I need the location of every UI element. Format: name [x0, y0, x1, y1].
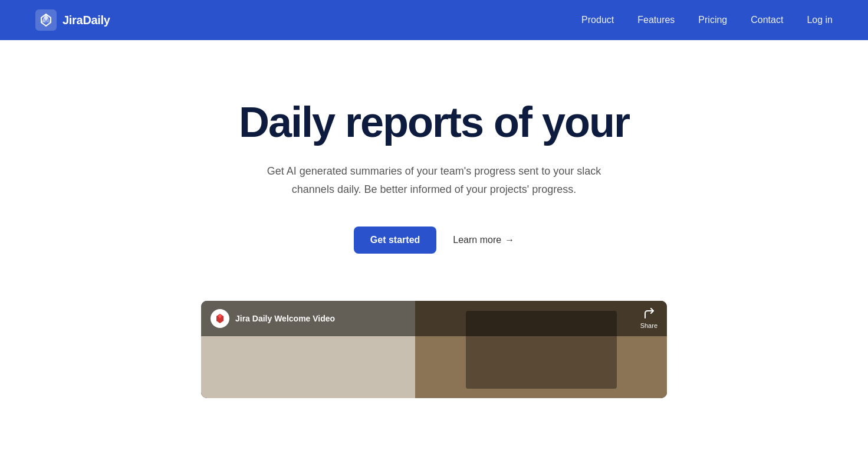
- video-top-bar: Jira Daily Welcome Video Share: [201, 301, 667, 336]
- navbar: JiraDaily Product Features Pricing Conta…: [0, 0, 868, 40]
- learn-more-text: Learn more: [453, 235, 501, 245]
- get-started-button[interactable]: Get started: [354, 226, 436, 254]
- video-title-area: Jira Daily Welcome Video: [211, 309, 335, 328]
- nav-contact[interactable]: Contact: [751, 15, 783, 25]
- nav-login[interactable]: Log in: [807, 15, 833, 25]
- nav-links: Product Features Pricing Contact Log in: [581, 15, 833, 25]
- nav-product[interactable]: Product: [581, 15, 614, 25]
- nav-features[interactable]: Features: [637, 15, 675, 25]
- video-share-label: Share: [640, 322, 657, 329]
- cta-row: Get started Learn more →: [354, 226, 514, 254]
- video-share-button[interactable]: Share: [640, 308, 657, 329]
- hero-section: Daily reports of your Get AI generated s…: [0, 40, 868, 289]
- hero-subtitle: Get AI generated summaries of your team'…: [251, 162, 617, 198]
- video-container[interactable]: Jira Daily Welcome Video Share: [201, 301, 667, 398]
- nav-pricing[interactable]: Pricing: [698, 15, 727, 25]
- video-channel-logo: [211, 309, 229, 328]
- share-icon: [643, 308, 654, 321]
- logo-text: JiraDaily: [63, 14, 110, 27]
- video-channel-title: Jira Daily Welcome Video: [235, 314, 335, 323]
- hero-title: Daily reports of your: [239, 99, 629, 146]
- learn-more-link[interactable]: Learn more →: [453, 235, 514, 245]
- video-section: Jira Daily Welcome Video Share: [0, 289, 868, 398]
- logo[interactable]: JiraDaily: [35, 9, 110, 31]
- arrow-icon: →: [505, 235, 514, 245]
- logo-icon: [35, 9, 57, 31]
